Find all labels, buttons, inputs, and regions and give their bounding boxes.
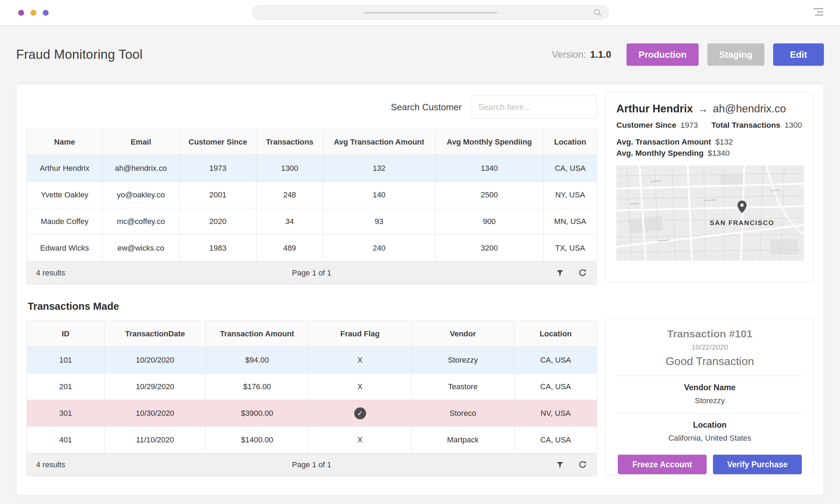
transaction-detail-panel: Transaction #101 10/22/2020 Good Transac… [606,318,814,475]
col-location: Location [514,321,597,347]
menu-icon[interactable] [813,8,823,16]
refresh-icon[interactable] [578,460,587,469]
transaction-row-fraud[interactable]: 301 10/30/2020 $3900.00 ✓ Storeco NV, US… [27,400,597,427]
total-transactions-value: 1300 [785,121,802,130]
verify-purchase-button[interactable]: Verify Purchase [713,455,802,474]
avg-transaction-amount-value: $132 [715,138,733,147]
divider [616,413,804,413]
col-transactions: Transactions [257,129,323,155]
transaction-row[interactable]: 201 10/29/2020 $176.00 X Teastore CA, US… [27,373,597,400]
col-customer-since: Customer Since [180,129,257,155]
transaction-status: Good Transaction [606,355,814,368]
transaction-date: 10/22/2020 [606,343,814,351]
transaction-title: Transaction #101 [606,328,814,340]
verified-check-icon: ✓ [354,407,366,419]
arrow-right-icon: → [698,103,708,115]
edit-button[interactable]: Edit [773,43,824,66]
location-value: California, United States [606,434,814,443]
search-icon[interactable] [593,8,602,19]
customers-table: Name Email Customer Since Transactions A… [27,129,597,261]
vendor-name-label: Vendor Name [606,383,814,392]
col-name: Name [27,129,103,155]
total-transactions-label: Total Transactions [711,121,780,130]
customer-row[interactable]: Edward Wicks ew@wicks.co 1983 489 240 32… [27,235,597,261]
customer-row[interactable]: Arthur Hendrix ah@hendrix.co 1973 1300 1… [27,155,597,182]
main-panel: Search Customer Name Email Customer Sinc… [16,84,824,496]
url-placeholder-dash [364,12,497,14]
customer-since-value: 1973 [680,121,698,130]
transactions-header-row: ID TransactionDate Transaction Amount Fr… [27,321,597,347]
avg-monthly-spending-label: Avg. Monthly Spending [616,149,704,158]
version-label: Version: [552,49,586,60]
customer-name: Arthur Hendrix [616,103,693,115]
filter-icon[interactable] [555,460,565,469]
transactions-table-footer: Page 1 of 1 4 results [27,453,597,476]
refresh-icon[interactable] [578,268,587,278]
col-transaction-amount: Transaction Amount [206,321,309,347]
col-vendor: Vendor [412,321,514,347]
page-title: Fraud Monitoring Tool [16,47,142,62]
filter-icon[interactable] [555,268,565,278]
window-dot-violet-icon [43,10,49,16]
customer-search-input[interactable] [471,96,597,119]
customers-table-footer: Page 1 of 1 4 results [27,261,597,285]
production-button[interactable]: Production [626,43,698,66]
col-fraud-flag: Fraud Flag [309,321,412,347]
app-header: Fraud Monitoring Tool Version: 1.1.0 Pro… [0,25,840,84]
vendor-name-value: Storezzy [606,396,814,405]
staging-button[interactable]: Staging [707,43,764,66]
map-city-label: SAN FRANCISCO [710,219,774,226]
customer-email: ah@hendrix.co [713,103,786,115]
window-dot-purple-icon [18,10,24,16]
transaction-row[interactable]: 401 11/10/2020 $1400.00 X Martpack CA, U… [27,427,597,453]
pagination-text: Page 1 of 1 [27,268,596,278]
col-transaction-date: TransactionDate [105,321,206,347]
transaction-row[interactable]: 101 10/20/2020 $94.00 X Storezzy CA, USA [27,347,597,373]
avg-transaction-amount-label: Avg. Transaction Amount [616,138,711,147]
search-customer-label: Search Customer [391,102,462,113]
col-avg-transaction-amount: Avg Transaction Amount [323,129,435,155]
browser-address-bar[interactable] [252,5,609,20]
avg-monthly-spending-value: $1340 [708,149,730,158]
col-location: Location [544,129,597,155]
location-label: Location [606,420,814,430]
pagination-text: Page 1 of 1 [27,460,596,469]
customer-detail-panel: Arthur Hendrix → ah@hendrix.co Customer … [606,92,814,282]
transactions-table: ID TransactionDate Transaction Amount Fr… [27,321,597,453]
customer-since-label: Customer Since [616,121,676,130]
col-id: ID [27,321,105,347]
browser-chrome [0,0,840,25]
window-control-dots [18,10,49,16]
version-value: 1.1.0 [590,49,611,60]
transactions-made-title: Transactions Made [28,301,597,312]
customer-search-row: Search Customer [27,96,597,119]
customer-row[interactable]: Yvette Oakley yo@oakley.co 2001 248 140 … [27,182,597,208]
customer-location-map: SAN FRANCISCO [616,166,804,261]
col-avg-monthly-spending: Avg Monthly Spendiing [435,129,544,155]
customers-header-row: Name Email Customer Since Transactions A… [27,129,597,155]
customer-row[interactable]: Maude Coffey mc@coffey.co 2020 34 93 900… [27,208,597,235]
freeze-account-button[interactable]: Freeze Account [618,455,707,474]
col-email: Email [103,129,180,155]
window-dot-yellow-icon [30,10,36,16]
divider [616,376,804,376]
